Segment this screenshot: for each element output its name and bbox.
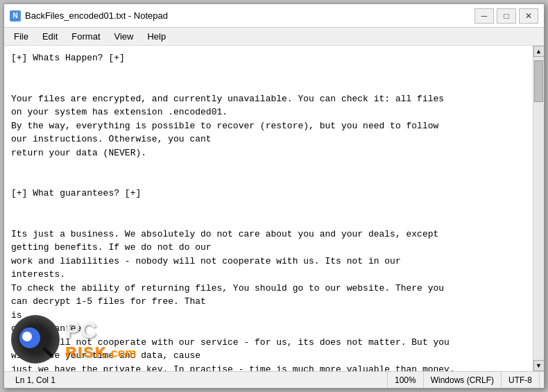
menu-bar: File Edit Format View Help (4, 28, 544, 46)
zoom-level: 100% (388, 372, 424, 388)
content-area: [+] Whats Happen? [+] Your files are enc… (4, 46, 544, 371)
notepad-window: N BackFiles_encoded01.txt - Notepad ─ □ … (3, 3, 545, 389)
app-icon: N (10, 10, 21, 22)
encoding: UTF-8 (502, 372, 540, 388)
menu-view[interactable]: View (108, 30, 141, 43)
close-button[interactable]: ✕ (519, 8, 538, 24)
title-bar-left: N BackFiles_encoded01.txt - Notepad (10, 10, 168, 22)
window-title: BackFiles_encoded01.txt - Notepad (25, 10, 168, 21)
scroll-track[interactable] (533, 57, 544, 360)
menu-file[interactable]: File (7, 30, 35, 43)
title-bar: N BackFiles_encoded01.txt - Notepad ─ □ … (4, 4, 544, 28)
line-ending: Windows (CRLF) (424, 372, 502, 388)
cursor-position: Ln 1, Col 1 (8, 372, 388, 388)
window-controls: ─ □ ✕ (474, 8, 538, 24)
minimize-button[interactable]: ─ (474, 8, 494, 24)
scroll-thumb[interactable] (534, 60, 543, 102)
maximize-button[interactable]: □ (497, 8, 516, 24)
scroll-up-button[interactable]: ▲ (533, 46, 545, 57)
scroll-down-button[interactable]: ▼ (533, 360, 545, 371)
menu-format[interactable]: Format (65, 30, 107, 43)
status-bar: Ln 1, Col 1 100% Windows (CRLF) UTF-8 (4, 371, 544, 388)
scrollbar[interactable]: ▲ ▼ (533, 46, 544, 371)
menu-edit[interactable]: Edit (35, 30, 65, 43)
menu-help[interactable]: Help (140, 30, 173, 43)
text-content[interactable]: [+] Whats Happen? [+] Your files are enc… (4, 46, 533, 371)
